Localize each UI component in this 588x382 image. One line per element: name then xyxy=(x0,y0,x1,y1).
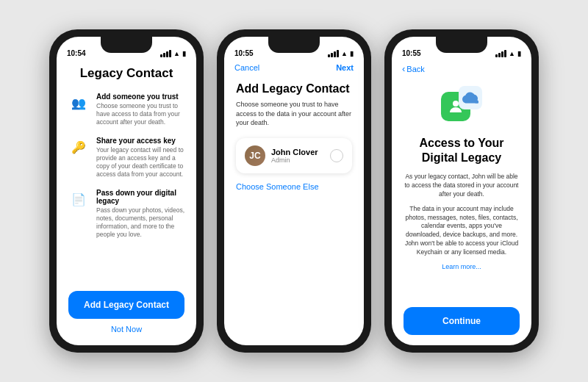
signal-bar xyxy=(504,50,506,57)
svg-point-0 xyxy=(453,101,459,107)
radio-button[interactable] xyxy=(330,149,343,162)
battery-icon-3: ▮ xyxy=(517,50,521,57)
next-button[interactable]: Next xyxy=(336,63,354,72)
notch-2 xyxy=(268,37,320,53)
screen3-desc1: As your legacy contact, John will be abl… xyxy=(404,173,520,199)
phone-3: 10:55 ▲ ▮ ‹ Back xyxy=(384,29,539,353)
feature-text-2: Share your access key Your legacy contac… xyxy=(96,137,184,179)
signal-bar xyxy=(328,54,330,57)
notch-3 xyxy=(436,37,487,53)
phones-container: 10:54 ▲ ▮ Legacy Contact 👥 xyxy=(49,29,539,353)
signal-bar xyxy=(331,53,333,57)
signal-bar xyxy=(501,51,503,57)
feature-desc-1: Choose someone you trust to have access … xyxy=(96,102,184,126)
back-chevron-icon: ‹ xyxy=(402,63,405,74)
signal-bar xyxy=(334,51,336,57)
feature-text-1: Add someone you trust Choose someone you… xyxy=(96,93,184,126)
contact-role: Admin xyxy=(271,156,318,164)
cancel-button[interactable]: Cancel xyxy=(234,63,259,72)
legacy-icon-container xyxy=(441,86,482,127)
back-nav: ‹ Back xyxy=(392,60,531,79)
time-3: 10:55 xyxy=(402,49,421,57)
screen2-content: Add Legacy Contact Choose someone you tr… xyxy=(224,76,364,345)
feature-title-3: Pass down your digital legacy xyxy=(96,189,184,205)
battery-icon-2: ▮ xyxy=(350,50,354,57)
icloud-svg xyxy=(462,92,478,104)
feature-desc-2: Your legacy contact will need to provide… xyxy=(96,146,184,179)
add-legacy-contact-button[interactable]: Add Legacy Contact xyxy=(68,291,184,319)
screen3-content: Access to Your Digital Legacy As your le… xyxy=(392,79,531,345)
time-1: 10:54 xyxy=(67,49,86,57)
signal-bar xyxy=(163,53,165,57)
signal-bar xyxy=(160,54,162,57)
battery-icon-1: ▮ xyxy=(182,50,186,57)
feature-desc-3: Pass down your photos, videos, notes, do… xyxy=(96,206,184,239)
feature-item-1: 👥 Add someone you trust Choose someone y… xyxy=(68,93,184,126)
contact-card: JC John Clover Admin xyxy=(236,138,352,173)
contact-left: JC John Clover Admin xyxy=(245,145,318,166)
signal-bar xyxy=(169,50,171,57)
contact-name: John Clover xyxy=(271,148,318,156)
choose-someone-else-link[interactable]: Choose Someone Else xyxy=(236,182,352,191)
icloud-icon xyxy=(459,86,482,109)
not-now-link[interactable]: Not Now xyxy=(68,325,184,334)
screen2-desc: Choose someone you trust to have access … xyxy=(236,100,352,128)
screen1-title: Legacy Contact xyxy=(68,66,184,81)
signal-bar xyxy=(166,51,168,57)
time-2: 10:55 xyxy=(234,49,254,57)
back-button[interactable]: Back xyxy=(406,65,424,73)
screen3-title: Access to Your Digital Legacy xyxy=(404,136,520,165)
contact-info: John Clover Admin xyxy=(271,148,318,164)
signal-bars-1 xyxy=(160,50,171,57)
screen3-desc2: The data in your account may include pho… xyxy=(404,205,520,257)
wifi-icon-2: ▲ xyxy=(341,50,348,57)
notch-1 xyxy=(101,37,152,53)
signal-bars-3 xyxy=(495,50,506,57)
feature-text-3: Pass down your digital legacy Pass down … xyxy=(96,189,184,239)
signal-bars-2 xyxy=(328,50,339,57)
feature-title-1: Add someone you trust xyxy=(96,93,184,101)
status-icons-2: ▲ ▮ xyxy=(328,50,354,57)
phone-1: 10:54 ▲ ▮ Legacy Contact 👥 xyxy=(49,29,204,353)
wifi-icon-3: ▲ xyxy=(509,50,515,57)
feature-item-2: 🔑 Share your access key Your legacy cont… xyxy=(68,137,184,179)
signal-bar xyxy=(498,53,501,57)
add-people-icon: 👥 xyxy=(68,93,89,113)
continue-button[interactable]: Continue xyxy=(404,307,520,335)
screen2-title: Add Legacy Contact xyxy=(236,82,352,96)
signal-bar xyxy=(337,50,339,57)
feature-title-2: Share your access key xyxy=(96,137,184,145)
nav-bar-2: Cancel Next xyxy=(224,60,364,76)
contact-avatar: JC xyxy=(245,145,265,166)
key-icon: 🔑 xyxy=(68,137,89,157)
learn-more-link[interactable]: Learn more... xyxy=(442,263,481,270)
phone-2: 10:55 ▲ ▮ Cancel Next Add Legacy Con xyxy=(217,29,371,353)
wifi-icon-1: ▲ xyxy=(173,50,180,57)
status-icons-1: ▲ ▮ xyxy=(160,50,186,57)
feature-item-3: 📄 Pass down your digital legacy Pass dow… xyxy=(68,189,184,239)
status-icons-3: ▲ ▮ xyxy=(495,50,521,57)
document-icon: 📄 xyxy=(68,189,89,209)
screen1-content: Legacy Contact 👥 Add someone you trust C… xyxy=(57,60,196,345)
signal-bar xyxy=(495,54,498,57)
